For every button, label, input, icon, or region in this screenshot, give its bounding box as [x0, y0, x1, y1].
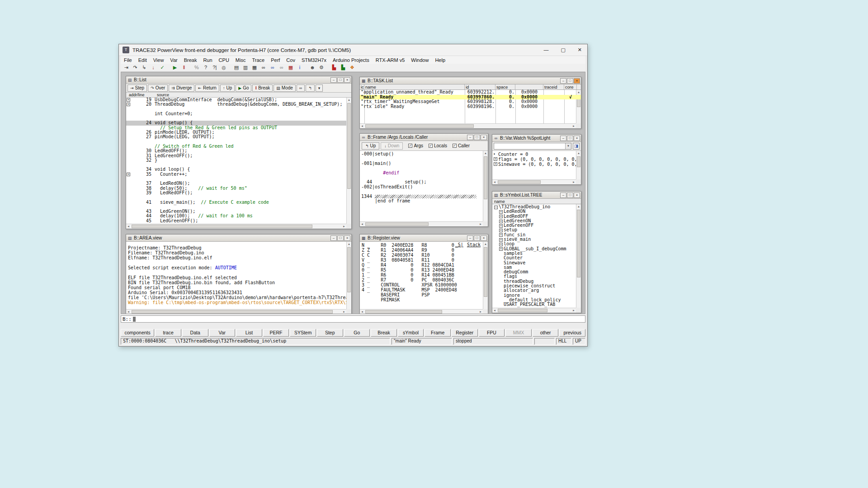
up-button[interactable]: ↑Up: [220, 84, 235, 92]
register-line[interactable]: BASEPRI PSP: [360, 292, 488, 297]
return-button[interactable]: ⇤Return: [195, 84, 219, 92]
source-line[interactable]: int Counter=0;: [126, 112, 351, 116]
scrollbar-thumb[interactable]: [132, 225, 312, 228]
menu-item-break[interactable]: Break: [181, 57, 200, 63]
caller-checkbox[interactable]: ✓Caller: [453, 143, 470, 148]
vertical-scrollbar[interactable]: ▴▾: [346, 242, 351, 314]
list-maximize-button[interactable]: □: [337, 77, 344, 83]
task-close-button[interactable]: ×: [574, 78, 580, 84]
combobox-dropdown-icon[interactable]: ▼: [565, 143, 571, 149]
scroll-right-icon[interactable]: ▸: [342, 310, 346, 314]
column-header-blank[interactable]: [515, 84, 543, 89]
vertical-scrollbar[interactable]: ▴▾: [483, 242, 488, 314]
softkey-perf[interactable]: PERF: [263, 329, 289, 337]
stack-header-0[interactable]: _S|: [455, 242, 463, 247]
source-line[interactable]: 39 LedRedOFF();: [126, 191, 351, 195]
softkey-symbol[interactable]: sYmbol: [398, 329, 424, 337]
tools-icon[interactable]: ⚙: [317, 64, 326, 71]
list-window-tool-icon[interactable]: ▤: [232, 64, 241, 71]
step-over-icon[interactable]: ↷: [131, 64, 139, 71]
area-window-titlebar[interactable]: ▤ B::AREA.view – □ ×: [126, 235, 351, 242]
help-prompt-icon[interactable]: ?|: [211, 64, 219, 71]
menu-item-file[interactable]: File: [121, 57, 135, 63]
task-row[interactable]: "rtx_idle"_Ready603998196.0.0x0000: [360, 104, 581, 109]
watch-options-button[interactable]: ◨: [573, 143, 580, 150]
frame-close-button[interactable]: ×: [481, 135, 487, 140]
menu-item-misc[interactable]: Misc: [232, 57, 249, 63]
scrollbar-thumb[interactable]: [365, 124, 474, 128]
register-line[interactable]: 4 _ FAULTMASK MSP 2400ED48: [360, 287, 488, 292]
task-minimize-button[interactable]: –: [560, 78, 566, 84]
register-line[interactable]: 3 _ CONTROL XPSR 61000000: [360, 282, 488, 287]
softkey-step[interactable]: Step: [317, 329, 343, 337]
softkey-frame[interactable]: Frame: [425, 329, 451, 337]
softkey-register[interactable]: Register: [452, 329, 478, 337]
maximize-button[interactable]: ▢: [561, 47, 565, 53]
register-close-button[interactable]: ×: [481, 235, 487, 241]
scroll-up-icon[interactable]: ▴: [347, 98, 351, 102]
symbol-column-header[interactable]: name: [492, 199, 581, 204]
scrollbar-thumb[interactable]: [484, 247, 487, 297]
softkey-components[interactable]: components: [121, 329, 154, 337]
task-list-icon[interactable]: ☻: [308, 64, 316, 71]
run-to-line-icon[interactable]: ↓: [149, 64, 157, 71]
frame-line[interactable]: [360, 189, 488, 194]
horizontal-scrollbar[interactable]: ◂▸: [360, 309, 483, 314]
task-row[interactable]: "rtx_timer"_WaitingMessageGet603998128.0…: [360, 99, 581, 104]
scroll-left-icon[interactable]: ◂: [126, 224, 131, 229]
register-minimize-button[interactable]: –: [467, 235, 473, 241]
stack-header-1[interactable]: Stack: [467, 242, 481, 247]
vertical-scrollbar[interactable]: ▴▾: [576, 204, 581, 313]
list-close-button[interactable]: ×: [344, 77, 350, 83]
frame-line[interactable]: -000|setup(): [360, 152, 488, 156]
menu-item-edit[interactable]: Edit: [135, 57, 150, 63]
register-line[interactable]: 0 _ R5 0 R13 2400ED48: [360, 267, 488, 272]
minimize-button[interactable]: —: [543, 47, 548, 53]
softkey-break[interactable]: Break: [371, 329, 397, 337]
menu-item-perf[interactable]: Perf: [268, 57, 283, 63]
source-line[interactable]: 32}: [126, 158, 351, 163]
softkey-other[interactable]: other: [533, 329, 559, 337]
more-button[interactable]: ▾: [316, 84, 323, 92]
scroll-left-icon[interactable]: ◂: [360, 124, 364, 128]
list-window-titlebar[interactable]: ▤ B::List – □ ×: [126, 76, 351, 84]
system-info-icon[interactable]: i: [296, 64, 304, 71]
locals-checkbox[interactable]: ✓Locals: [429, 143, 447, 148]
scroll-up-icon[interactable]: ▴: [347, 242, 351, 246]
watch-close-button[interactable]: ×: [574, 136, 580, 141]
frame-window-titlebar[interactable]: ∞ B::Frame /Args /Locals /Caller – □ ×: [360, 134, 488, 141]
expand-box-icon[interactable]: +: [127, 98, 130, 102]
source-line[interactable]: 45 LedGreenOFF();: [126, 219, 351, 223]
source-line[interactable]: [126, 195, 351, 200]
expand-box-icon[interactable]: +: [499, 210, 503, 214]
scroll-right-icon[interactable]: ▸: [342, 224, 346, 229]
expand-box-icon[interactable]: +: [494, 157, 497, 161]
up-button[interactable]: ↰Up: [362, 142, 379, 150]
frame-line[interactable]: -001|main(): [360, 161, 488, 166]
task-row[interactable]: "main"_Ready603997860.0.0x0000√: [360, 95, 581, 100]
column-header-core[interactable]: core: [564, 84, 577, 89]
list-minimize-button[interactable]: –: [330, 77, 337, 83]
horizontal-scrollbar[interactable]: ◂▸: [492, 308, 576, 313]
step-button[interactable]: ⇥Step: [127, 84, 147, 92]
menu-item-run[interactable]: Run: [200, 57, 215, 63]
task-window-titlebar[interactable]: ▦ B::TASK.List – □ ×: [360, 77, 581, 84]
softkey-data[interactable]: Data: [182, 329, 208, 337]
scrollbar-thumb[interactable]: [577, 210, 580, 277]
expand-box-icon[interactable]: +: [499, 220, 503, 223]
close-button[interactable]: ✕: [578, 47, 582, 53]
watch-minimize-button[interactable]: –: [560, 136, 566, 141]
scroll-right-icon[interactable]: ▸: [571, 308, 576, 313]
column-header-space[interactable]: space: [495, 84, 515, 89]
ok-check-icon[interactable]: ✓: [158, 64, 166, 71]
source-line[interactable]: 41 sieve_main(); // Execute C example co…: [126, 200, 351, 205]
register-line[interactable]: V _ R3 08040581 R11 0: [360, 258, 488, 263]
break-icon[interactable]: ‖: [180, 64, 188, 71]
register-line[interactable]: PRIMASK: [360, 297, 488, 302]
scroll-right-icon[interactable]: ▸: [571, 124, 576, 128]
area-minimize-button[interactable]: –: [330, 235, 337, 241]
scroll-up-icon[interactable]: ▴: [483, 242, 488, 246]
diverge-button[interactable]: ⇉Diverge: [169, 84, 194, 92]
softkey-fpu[interactable]: FPU: [479, 329, 505, 337]
menu-item-var[interactable]: Var: [167, 57, 180, 63]
